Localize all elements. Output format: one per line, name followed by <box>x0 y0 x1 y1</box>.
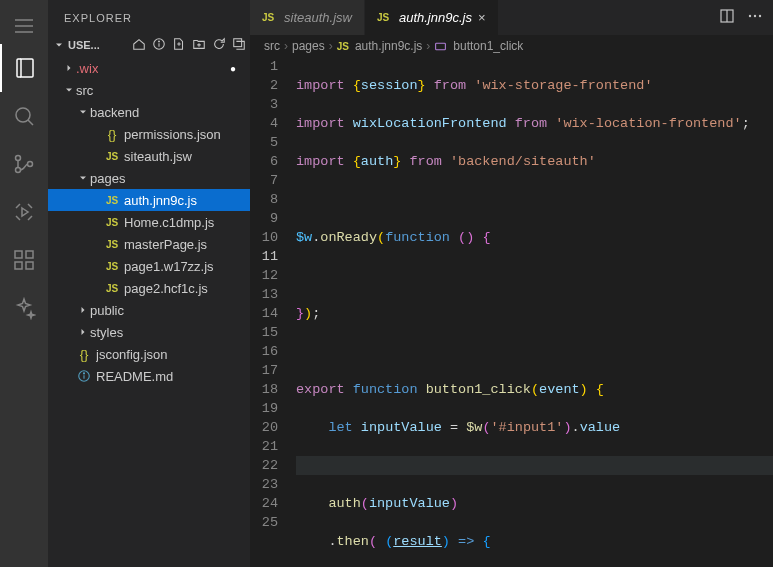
svg-point-24 <box>759 15 761 17</box>
chevron-right-icon: › <box>426 39 430 53</box>
json-icon: {} <box>76 347 92 362</box>
tab-bar: JSsiteauth.jsw JSauth.jnn9c.js× <box>250 0 773 35</box>
info-file-icon <box>76 369 92 383</box>
tab-siteauth[interactable]: JSsiteauth.jsw <box>250 0 365 35</box>
code-editor[interactable]: 1234567891011121314151617181920212223242… <box>250 57 773 567</box>
svg-point-6 <box>16 168 21 173</box>
svg-point-5 <box>16 156 21 161</box>
method-icon <box>434 40 447 53</box>
breadcrumb-item[interactable]: src <box>264 39 280 53</box>
search-icon[interactable] <box>0 92 48 140</box>
chevron-right-icon: › <box>284 39 288 53</box>
svg-rect-10 <box>15 262 22 269</box>
split-editor-icon[interactable] <box>719 8 735 27</box>
svg-point-22 <box>749 15 751 17</box>
js-icon: JS <box>104 239 120 250</box>
modified-dot-icon: ● <box>230 63 242 74</box>
file-tree: .wix● src backend {}permissions.json JSs… <box>48 55 250 567</box>
code-content[interactable]: import {session} from 'wix-storage-front… <box>296 57 773 567</box>
js-icon: JS <box>262 12 278 23</box>
home-icon[interactable] <box>132 37 146 53</box>
js-icon: JS <box>104 217 120 228</box>
close-icon[interactable]: × <box>478 10 486 25</box>
new-folder-icon[interactable] <box>192 37 206 53</box>
json-icon: {} <box>104 127 120 142</box>
chevron-right-icon <box>76 326 90 338</box>
chevron-right-icon <box>62 62 76 74</box>
sparkle-icon[interactable] <box>0 284 48 332</box>
tree-file-jsconfig[interactable]: {}jsconfig.json <box>48 343 250 365</box>
svg-rect-9 <box>15 251 22 258</box>
svg-rect-12 <box>26 251 33 258</box>
js-icon: JS <box>104 283 120 294</box>
svg-point-23 <box>754 15 756 17</box>
js-icon: JS <box>104 151 120 162</box>
tree-folder-backend[interactable]: backend <box>48 101 250 123</box>
breadcrumb[interactable]: src› pages› JSauth.jnn9c.js› button1_cli… <box>250 35 773 57</box>
tree-folder-pages[interactable]: pages <box>48 167 250 189</box>
tab-auth[interactable]: JSauth.jnn9c.js× <box>365 0 499 35</box>
chevron-right-icon <box>76 304 90 316</box>
chevron-down-icon <box>52 39 66 51</box>
explorer-icon[interactable] <box>0 44 48 92</box>
svg-line-4 <box>28 120 33 125</box>
breadcrumb-item[interactable]: auth.jnn9c.js <box>355 39 422 53</box>
tree-file-page1[interactable]: JSpage1.w17zz.js <box>48 255 250 277</box>
svg-point-15 <box>159 41 160 42</box>
tree-folder-src[interactable]: src <box>48 79 250 101</box>
svg-rect-25 <box>436 43 446 50</box>
source-control-icon[interactable] <box>0 140 48 188</box>
svg-point-19 <box>83 373 84 374</box>
js-icon: JS <box>104 261 120 272</box>
tree-file-siteauth[interactable]: JSsiteauth.jsw <box>48 145 250 167</box>
tab-label: auth.jnn9c.js <box>399 10 472 25</box>
svg-rect-16 <box>234 39 242 47</box>
tree-file-auth[interactable]: JSauth.jnn9c.js <box>48 189 250 211</box>
section-header[interactable]: USE... <box>48 35 250 55</box>
svg-rect-11 <box>26 262 33 269</box>
tree-file-permissions[interactable]: {}permissions.json <box>48 123 250 145</box>
tree-file-master[interactable]: JSmasterPage.js <box>48 233 250 255</box>
svg-point-3 <box>16 108 30 122</box>
collapse-icon[interactable] <box>232 37 246 53</box>
new-file-icon[interactable] <box>172 37 186 53</box>
tree-file-home[interactable]: JSHome.c1dmp.js <box>48 211 250 233</box>
extensions-icon[interactable] <box>0 236 48 284</box>
js-icon: JS <box>337 41 349 52</box>
breadcrumb-item[interactable]: button1_click <box>453 39 523 53</box>
menu-icon[interactable] <box>0 8 48 44</box>
breadcrumb-item[interactable]: pages <box>292 39 325 53</box>
svg-point-7 <box>28 162 33 167</box>
tree-folder-wix[interactable]: .wix● <box>48 57 250 79</box>
more-icon[interactable] <box>747 8 763 27</box>
sidebar-title: EXPLORER <box>48 0 250 35</box>
tree-file-readme[interactable]: README.md <box>48 365 250 387</box>
js-icon: JS <box>377 12 393 23</box>
line-gutter: 1234567891011121314151617181920212223242… <box>250 57 296 567</box>
tab-label: siteauth.jsw <box>284 10 352 25</box>
refresh-icon[interactable] <box>212 37 226 53</box>
info-icon[interactable] <box>152 37 166 53</box>
chevron-down-icon <box>76 172 90 184</box>
section-label: USE... <box>68 39 130 51</box>
tree-folder-public[interactable]: public <box>48 299 250 321</box>
chevron-down-icon <box>76 106 90 118</box>
debug-icon[interactable] <box>0 188 48 236</box>
svg-marker-8 <box>22 208 28 216</box>
chevron-right-icon: › <box>329 39 333 53</box>
tree-file-page2[interactable]: JSpage2.hcf1c.js <box>48 277 250 299</box>
js-icon: JS <box>104 195 120 206</box>
chevron-down-icon <box>62 84 76 96</box>
tree-folder-styles[interactable]: styles <box>48 321 250 343</box>
